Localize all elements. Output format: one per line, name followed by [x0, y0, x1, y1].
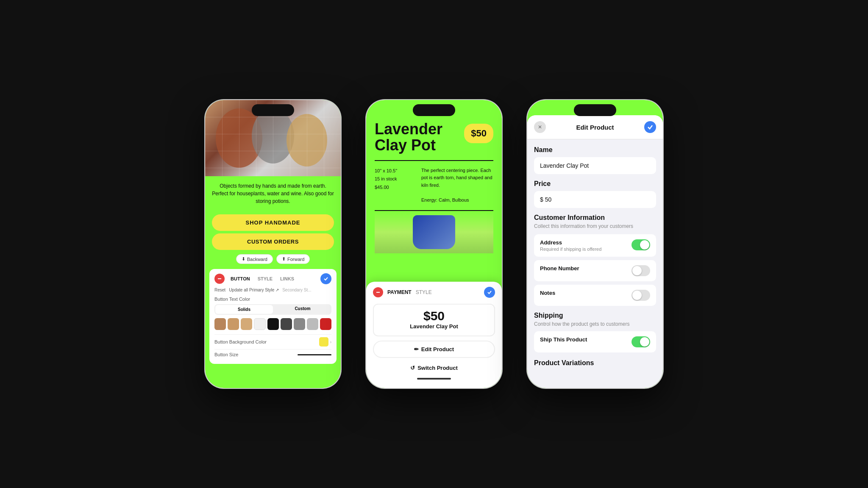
spec-price: $45.00: [375, 183, 413, 192]
payment-panel: PAYMENT STYLE $50 Lavender Clay Pot ✏ Ed…: [366, 282, 502, 388]
pencil-icon: ✏: [414, 346, 419, 352]
solids-tab[interactable]: Solids: [215, 305, 273, 314]
custom-orders-button[interactable]: CUSTOM ORDERS: [212, 233, 334, 250]
phone-3: ✕ Edit Product Name Price Customer Infor…: [527, 100, 663, 388]
ship-product-toggle-row: Ship This Product: [534, 331, 656, 352]
payment-product-name: Lavender Clay Pot: [374, 323, 494, 330]
phone-1: Objects formed by hands and made from ea…: [205, 100, 341, 388]
address-toggle-row: Address Required if shipping is offered: [534, 234, 656, 257]
phone-toggle-row: Phone Number: [534, 260, 656, 281]
yellow-color-swatch[interactable]: [319, 337, 328, 347]
address-sublabel: Required if shipping is offered: [540, 247, 626, 252]
btn-size-row: Button Size: [214, 349, 331, 360]
swatch-white[interactable]: [254, 318, 265, 330]
secondary-style-label: Secondary St...: [282, 288, 311, 292]
notch: [574, 104, 616, 116]
spec-size: 10" x 10.5": [375, 167, 413, 175]
style-tab[interactable]: STYLE: [416, 289, 432, 295]
phone-label: Phone Number: [540, 265, 626, 272]
price-input[interactable]: [534, 191, 656, 208]
address-label: Address: [540, 239, 626, 246]
product-specs: 10" x 10.5" 15 in stock $45.00: [375, 167, 413, 204]
phone-toggle[interactable]: [632, 265, 650, 276]
edit-panel-title: Edit Product: [576, 124, 614, 131]
panel-tabs: BUTTON STYLE LINKS: [214, 273, 331, 284]
tab-button[interactable]: BUTTON: [229, 275, 252, 282]
product-description: The perfect centering piece. Each pot is…: [421, 167, 493, 204]
swatch-black[interactable]: [267, 318, 279, 330]
ship-product-toggle[interactable]: [632, 336, 650, 347]
btn-bg-color-value[interactable]: ›: [319, 337, 331, 347]
notes-toggle-row: Notes: [534, 285, 656, 306]
toggle-knob: [640, 337, 649, 347]
swatch-light-gray[interactable]: [307, 318, 318, 330]
shipping-title: Shipping: [534, 312, 656, 319]
phone1-screen: Objects formed by hands and made from ea…: [205, 100, 341, 388]
address-toggle[interactable]: [632, 239, 650, 250]
address-label-group: Address Required if shipping is offered: [540, 239, 626, 252]
payment-price: $50: [374, 309, 494, 323]
name-input[interactable]: [534, 157, 656, 174]
notes-toggle[interactable]: [632, 290, 650, 301]
product-variations-title: Product Variations: [534, 356, 656, 367]
phone-label-group: Phone Number: [540, 265, 626, 272]
tab-links[interactable]: LINKS: [278, 275, 296, 282]
confirm-button[interactable]: [320, 273, 331, 284]
section-divider: Shipping Control how the product gets to…: [534, 312, 656, 327]
product-name: LavenderClay Pot: [375, 121, 442, 153]
payment-panel-header: PAYMENT STYLE: [373, 287, 495, 298]
swatch-brown[interactable]: [214, 318, 226, 330]
edit-product-button[interactable]: ✏ Edit Product: [373, 341, 495, 358]
color-swatches: [214, 318, 331, 330]
notes-label: Notes: [540, 290, 626, 296]
swatch-tan[interactable]: [228, 318, 239, 330]
price-label: Price: [534, 180, 656, 188]
layer-toolbar: ⬇ Backward ⬆ Forward: [212, 254, 334, 264]
ship-product-label: Ship This Product: [540, 336, 626, 343]
notes-label-group: Notes: [540, 290, 626, 296]
switch-product-button[interactable]: ↺ Switch Product: [373, 361, 495, 374]
swatch-dark-gray[interactable]: [281, 318, 292, 330]
size-slider[interactable]: [298, 354, 331, 355]
tab-style[interactable]: STYLE: [256, 275, 274, 282]
phone-2: LavenderClay Pot $50 10" x 10.5" 15 in s…: [366, 100, 502, 388]
home-bar: [417, 378, 451, 380]
swatch-light-tan[interactable]: [241, 318, 252, 330]
swatch-red[interactable]: [320, 318, 331, 330]
forward-button[interactable]: ⬆ Forward: [276, 254, 310, 264]
btn-size-label: Button Size: [214, 352, 238, 357]
swatch-gray[interactable]: [294, 318, 305, 330]
customer-info-title: Customer Information: [534, 214, 656, 222]
btn-text-color-label: Button Text Color: [214, 297, 331, 302]
panel-actions: Reset Update all Primary Style ↗ Seconda…: [214, 288, 331, 292]
backward-button[interactable]: ⬇ Backward: [236, 254, 273, 264]
confirm-button[interactable]: [644, 121, 656, 133]
shipping-sub: Control how the product gets to customer…: [534, 321, 656, 327]
update-primary-style-button[interactable]: Update all Primary Style ↗: [229, 288, 279, 292]
btn-bg-color-row: Button Background Color ›: [214, 334, 331, 349]
delete-button[interactable]: [373, 287, 383, 297]
close-icon: ✕: [538, 124, 542, 130]
svg-rect-0: [218, 278, 221, 279]
toggle-knob: [632, 291, 642, 300]
close-button[interactable]: ✕: [534, 121, 546, 133]
toggle-knob: [632, 266, 642, 275]
phone3-screen: ✕ Edit Product Name Price Customer Infor…: [527, 100, 663, 388]
spec-stock: 15 in stock: [375, 175, 413, 183]
custom-tab[interactable]: Custom: [274, 304, 331, 315]
customer-info-sub: Collect this information from your custo…: [534, 223, 656, 229]
delete-element-button[interactable]: [214, 274, 225, 284]
edit-panel-header: ✕ Edit Product: [527, 115, 663, 139]
shop-handmade-button[interactable]: SHOP HANDMADE: [212, 214, 334, 231]
payment-tab[interactable]: PAYMENT: [387, 289, 412, 295]
product-header: LavenderClay Pot $50: [375, 121, 493, 161]
edit-product-panel: ✕ Edit Product Name Price Customer Infor…: [527, 115, 663, 388]
switch-icon: ↺: [410, 365, 415, 371]
confirm-button[interactable]: [484, 287, 495, 298]
toggle-knob: [640, 240, 649, 250]
reset-button[interactable]: Reset: [214, 288, 225, 292]
ship-product-label-group: Ship This Product: [540, 336, 626, 343]
pot-image: [413, 215, 455, 249]
forward-icon: ⬆: [282, 256, 286, 262]
notch: [252, 104, 294, 116]
